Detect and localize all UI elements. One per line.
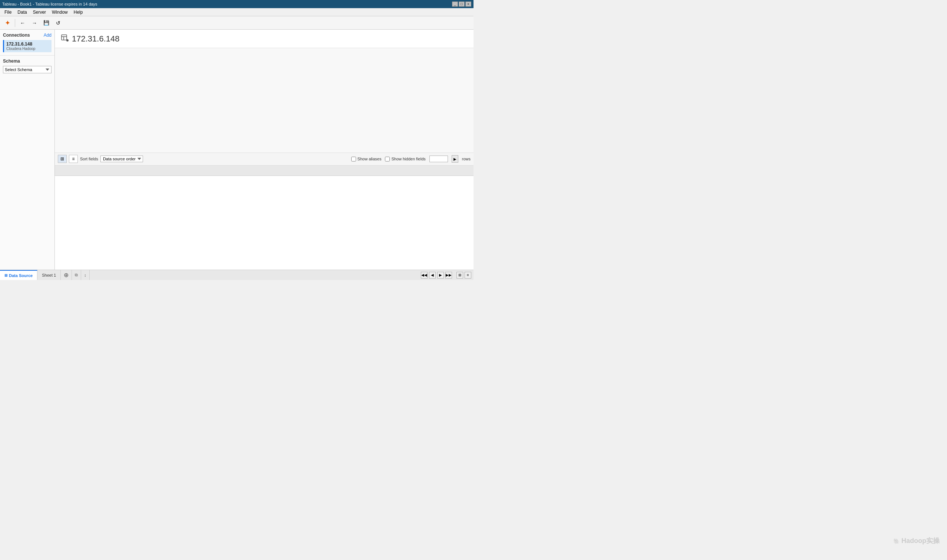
menu-help[interactable]: Help — [71, 9, 86, 15]
show-hidden-fields-label[interactable]: Show hidden fields — [385, 157, 425, 162]
toolbar-separator-1 — [15, 19, 15, 27]
add-connection-link[interactable]: Add — [44, 32, 51, 38]
connection-header: 172.31.6.148 — [55, 30, 473, 48]
grid-view-button[interactable]: ⊞ — [58, 155, 67, 163]
rows-go-button[interactable]: ▶ — [452, 155, 458, 163]
grid-toolbar-right: Show aliases Show hidden fields ▶ rows — [351, 155, 471, 163]
database-icon — [61, 34, 69, 44]
connections-label: Connections — [3, 32, 30, 38]
back-icon: ← — [20, 20, 25, 26]
rows-go-icon: ▶ — [453, 157, 456, 161]
svg-rect-0 — [62, 35, 67, 40]
bottom-bar: ⊞ Data Source Sheet 1 ⊕ ⧉ ↕ ◀◀ ◀ ▶ ▶▶ ⊞ … — [0, 270, 473, 280]
main-layout: Connections Add 172.31.6.148 Cloudera Ha… — [0, 30, 473, 270]
rows-count-input[interactable] — [430, 155, 448, 162]
list-view-button[interactable]: ≡ — [69, 155, 78, 163]
title-bar: Tableau - Book1 - Tableau license expire… — [0, 0, 473, 8]
sort-fields-label: Sort fields — [80, 157, 98, 161]
sort-fields-dropdown[interactable]: Data source order — [100, 155, 143, 162]
grid-toolbar: ⊞ ≡ Sort fields Data source order Show a… — [55, 153, 473, 166]
toolbar: ✦ ← → 💾 ↺ — [0, 16, 473, 30]
title-bar-buttons: _ □ × — [452, 2, 471, 7]
show-hidden-fields-text: Show hidden fields — [391, 157, 425, 161]
minimize-button[interactable]: _ — [452, 2, 458, 7]
show-aliases-label[interactable]: Show aliases — [351, 157, 382, 162]
close-button[interactable]: × — [465, 2, 471, 7]
grid-icon: ⊞ — [60, 156, 64, 162]
tab-data-source[interactable]: ⊞ Data Source — [0, 270, 37, 280]
title-text: Tableau - Book1 - Tableau license expire… — [2, 2, 97, 6]
forward-icon: → — [32, 20, 37, 26]
right-panel: 172.31.6.148 ⊞ ≡ Sort fields Data source… — [55, 30, 473, 270]
bottom-right-controls: ◀◀ ◀ ▶ ▶▶ ⊞ ≡ — [419, 270, 473, 280]
tab-sheet1[interactable]: Sheet 1 — [37, 270, 61, 280]
show-hidden-fields-checkbox[interactable] — [385, 157, 390, 162]
show-aliases-checkbox[interactable] — [351, 157, 356, 162]
forward-button[interactable]: → — [29, 18, 40, 28]
nav-next-button[interactable]: ▶ — [437, 272, 444, 278]
menu-data[interactable]: Data — [14, 9, 30, 15]
rows-label: rows — [462, 157, 471, 161]
data-content — [55, 166, 473, 270]
tableau-logo-button[interactable]: ✦ — [2, 18, 12, 28]
schema-section: Schema Select Schema — [0, 55, 54, 76]
nav-last-button[interactable]: ▶▶ — [445, 272, 452, 278]
schema-label: Schema — [3, 58, 51, 64]
list-icon: ≡ — [72, 156, 74, 162]
bottom-tabs: ⊞ Data Source Sheet 1 ⊕ ⧉ ↕ — [0, 270, 90, 280]
connection-item[interactable]: 172.31.6.148 Cloudera Hadoop — [3, 40, 51, 52]
show-aliases-text: Show aliases — [357, 157, 382, 161]
refresh-button[interactable]: ↺ — [53, 18, 63, 28]
grid-view-bottom-button[interactable]: ⊞ — [456, 272, 463, 278]
connections-section: Connections Add 172.31.6.148 Cloudera Ha… — [0, 30, 54, 55]
data-rows-area — [55, 176, 473, 270]
schema-select[interactable]: Select Schema — [3, 66, 51, 73]
list-view-bottom-button[interactable]: ≡ — [465, 272, 471, 278]
maximize-button[interactable]: □ — [459, 2, 465, 7]
menu-bar: File Data Server Window Help — [0, 8, 473, 16]
canvas-area[interactable] — [55, 48, 473, 153]
save-button[interactable]: 💾 — [41, 18, 51, 28]
connection-type: Cloudera Hadoop — [6, 47, 49, 51]
connection-name: 172.31.6.148 — [6, 42, 49, 47]
nav-prev-button[interactable]: ◀ — [429, 272, 436, 278]
sheet1-tab-label: Sheet 1 — [42, 273, 56, 277]
data-source-tab-label: Data Source — [9, 273, 32, 278]
connection-title: 172.31.6.148 — [72, 34, 119, 44]
nav-first-button[interactable]: ◀◀ — [421, 272, 428, 278]
refresh-icon: ↺ — [56, 20, 60, 26]
back-button[interactable]: ← — [17, 18, 28, 28]
duplicate-sheet-tab[interactable]: ⧉ — [72, 270, 81, 280]
tableau-logo-icon: ✦ — [5, 19, 10, 27]
export-tab[interactable]: ↕ — [81, 270, 90, 280]
data-source-tab-icon: ⊞ — [5, 273, 8, 277]
connections-header: Connections Add — [3, 32, 51, 38]
save-icon: 💾 — [43, 20, 49, 26]
menu-window[interactable]: Window — [49, 9, 71, 15]
menu-file[interactable]: File — [2, 9, 14, 15]
add-sheet-tab[interactable]: ⊕ — [61, 270, 72, 280]
data-header-row — [55, 166, 473, 176]
menu-server[interactable]: Server — [30, 9, 49, 15]
left-panel: Connections Add 172.31.6.148 Cloudera Ha… — [0, 30, 55, 270]
